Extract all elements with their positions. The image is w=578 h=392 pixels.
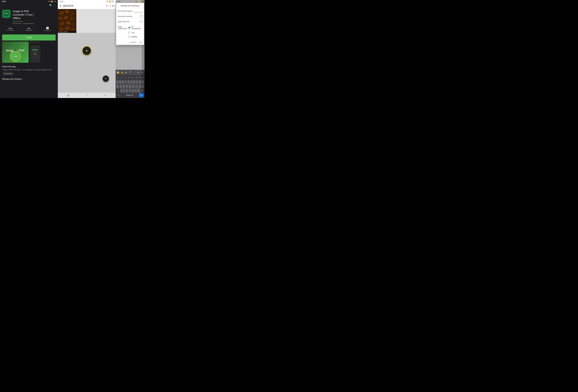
low-compression-radio[interactable] bbox=[128, 31, 131, 34]
key-j[interactable]: j bbox=[135, 84, 138, 88]
app-header: PDF ↓ Image to PDFConverter | Free |Offl… bbox=[0, 8, 58, 26]
screenshot-small[interactable] bbox=[30, 41, 40, 63]
time-panel1: 12:28 bbox=[1, 0, 6, 2]
about-arrow[interactable]: → bbox=[53, 65, 56, 68]
panel2-nav: ||| ○ < bbox=[58, 92, 116, 98]
signal-panel3: 79° bbox=[135, 1, 138, 2]
menu-icon2-panel2[interactable]: ▪ bbox=[110, 4, 111, 8]
key-4[interactable]: 4 bbox=[125, 76, 127, 79]
key-n[interactable]: n bbox=[135, 89, 137, 93]
back-icon-panel1[interactable]: ← bbox=[1, 4, 4, 7]
medium-compression-radio[interactable] bbox=[128, 36, 131, 38]
no-compression-option[interactable]: No Compression bbox=[128, 25, 142, 30]
medium-compression-option[interactable]: Medium bbox=[128, 35, 142, 39]
key-5[interactable]: 5 bbox=[127, 76, 130, 79]
nav-menu-panel2[interactable]: ||| bbox=[67, 94, 69, 97]
bottom-row: !#1 , English (US) . Done bbox=[116, 93, 144, 97]
rating-icon: 🅴 bbox=[46, 27, 49, 30]
productivity-tag[interactable]: Productivity bbox=[2, 72, 14, 75]
key-c[interactable]: c bbox=[126, 89, 129, 93]
password-checkbox[interactable] bbox=[140, 15, 142, 18]
compression-section: Image Compression No Compression Low Med… bbox=[116, 24, 144, 40]
ok-button[interactable]: OK bbox=[139, 41, 142, 43]
sticker-tool-btn[interactable]: 🎭 bbox=[120, 71, 124, 74]
key-2[interactable]: 2 bbox=[119, 76, 121, 79]
search-icon-panel1[interactable]: 🔍 bbox=[49, 4, 52, 7]
keyboard-toolbar: 😊 🎭 GIF 🎤 ⚙ ••• bbox=[116, 70, 144, 75]
key-d[interactable]: d bbox=[122, 84, 125, 88]
key-b[interactable]: b bbox=[132, 89, 134, 93]
status-bar-panel1: 12:28 79° 📶 71% bbox=[0, 0, 58, 3]
key-x[interactable]: x bbox=[123, 89, 126, 93]
key-q[interactable]: q bbox=[116, 80, 119, 84]
key-f[interactable]: f bbox=[126, 84, 128, 88]
key-o[interactable]: o bbox=[139, 80, 141, 84]
screenshots-section: Image to PDFConv ▶ Install bbox=[0, 41, 58, 63]
copy-icon-panel2[interactable]: ⧉ bbox=[112, 5, 114, 7]
key-g[interactable]: g bbox=[129, 84, 132, 88]
symbol-key[interactable]: !#1 bbox=[116, 93, 120, 97]
filename-label: Enter PDF FileName: bbox=[118, 10, 133, 12]
key-m[interactable]: m bbox=[137, 89, 140, 93]
everyone-label: Everyone ℹ bbox=[44, 30, 51, 31]
key-a[interactable]: a bbox=[116, 84, 119, 88]
screenshot-main[interactable]: Image to PDFConv ▶ Install bbox=[2, 41, 29, 63]
key-i[interactable]: i bbox=[136, 80, 138, 84]
greyscale-checkbox[interactable] bbox=[140, 20, 142, 23]
key-7[interactable]: 7 bbox=[133, 76, 136, 79]
key-s[interactable]: s bbox=[119, 84, 122, 88]
app-name-panel2: IMG2PDF bbox=[63, 5, 104, 7]
fab-small-button[interactable]: + bbox=[103, 76, 109, 82]
comma-key[interactable]: , bbox=[121, 93, 123, 97]
app-meta: Contains ads · In-app purchases bbox=[13, 23, 56, 24]
key-h[interactable]: h bbox=[132, 84, 135, 88]
mic-tool-btn[interactable]: 🎤 bbox=[128, 71, 132, 74]
menu-icon-panel2[interactable]: ☰ bbox=[59, 4, 61, 7]
battery-panel2: 70% bbox=[111, 1, 114, 2]
image-thumb-1[interactable]: 1 FB_IMG_160138... bbox=[58, 9, 76, 33]
key-y[interactable]: y bbox=[130, 80, 133, 84]
wifi-icon-panel1: 📶 bbox=[51, 1, 53, 2]
gif-tool-btn[interactable]: GIF bbox=[124, 71, 128, 74]
emoji-tool-btn[interactable]: 😊 bbox=[116, 71, 120, 74]
low-compression-label: Low bbox=[132, 32, 135, 34]
nav-home-panel2[interactable]: ○ bbox=[86, 94, 88, 97]
ratings-title-row: Ratings and reviews ℹ → bbox=[2, 78, 56, 80]
downloads-label: Downloads bbox=[25, 29, 33, 31]
nav-back-panel2[interactable]: < bbox=[104, 94, 106, 97]
more-icon-panel1[interactable]: ⋮ bbox=[54, 4, 56, 7]
medium-compression-label: Medium bbox=[132, 36, 137, 38]
key-e[interactable]: e bbox=[122, 80, 124, 84]
key-8[interactable]: 8 bbox=[136, 76, 138, 79]
fab-add-button[interactable]: + bbox=[82, 46, 91, 55]
key-w[interactable]: w bbox=[119, 80, 121, 84]
key-r[interactable]: r bbox=[125, 80, 127, 84]
space-key[interactable]: English (US) bbox=[124, 93, 136, 97]
ratings-arrow[interactable]: → bbox=[53, 78, 56, 80]
settings-tool-btn[interactable]: ⚙ bbox=[136, 71, 140, 74]
shift-key[interactable]: ⇧ bbox=[116, 89, 120, 93]
svg-text:↓: ↓ bbox=[6, 14, 7, 16]
no-compression-radio[interactable] bbox=[128, 27, 130, 29]
time-panel3: 12:29 bbox=[117, 1, 120, 2]
key-1[interactable]: 1 bbox=[116, 76, 119, 79]
filename-input[interactable] bbox=[134, 10, 142, 12]
app-info: Image to PDFConverter | Free |Offline DL… bbox=[13, 9, 56, 24]
app-title: Image to PDFConverter | Free |Offline bbox=[13, 9, 56, 20]
key-z[interactable]: z bbox=[120, 89, 123, 93]
key-k[interactable]: k bbox=[138, 84, 141, 88]
key-u[interactable]: u bbox=[133, 80, 136, 84]
key-9[interactable]: 9 bbox=[139, 76, 141, 79]
app-developer[interactable]: DLM Infosoft bbox=[13, 20, 56, 22]
key-6[interactable]: 6 bbox=[130, 76, 133, 79]
key-t[interactable]: t bbox=[127, 80, 130, 84]
dialog-panel: 12:29 79° 📶 70% ENTER PDF DETAILS Enter … bbox=[116, 0, 144, 98]
key-3[interactable]: 3 bbox=[122, 76, 124, 79]
install-button[interactable]: Install bbox=[2, 35, 56, 40]
low-compression-option[interactable]: Low bbox=[128, 31, 142, 34]
status-bar-panel3: 12:29 79° 📶 70% bbox=[116, 0, 144, 3]
cancel-button[interactable]: CANCEL bbox=[130, 41, 137, 43]
key-v[interactable]: v bbox=[129, 89, 131, 93]
period-key[interactable]: . bbox=[136, 93, 139, 97]
app-icon: PDF ↓ bbox=[2, 9, 11, 18]
